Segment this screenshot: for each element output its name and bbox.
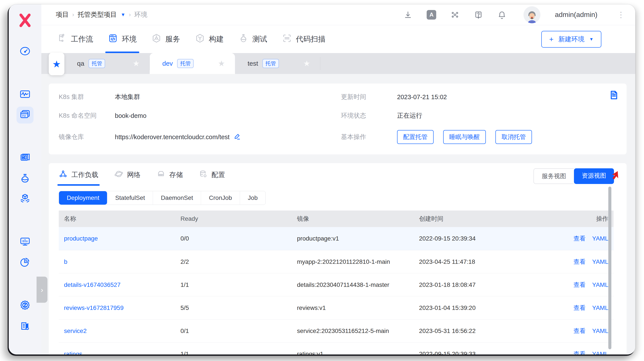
breadcrumb-project-name[interactable]: 托管类型项目 [78,10,117,19]
yaml-link[interactable]: YAML [592,328,608,334]
tab-config[interactable]: 配置 [199,170,225,186]
hosted-badge: 托管 [177,59,194,68]
breadcrumb-separator: › [72,11,74,18]
cluster-icon[interactable] [450,10,460,20]
info-value: book-demo [115,112,146,119]
tab-label: 环境 [122,34,137,44]
kind-job[interactable]: Job [240,191,266,205]
yaml-link[interactable]: YAML [592,258,608,265]
workload-name-link[interactable]: b [64,258,68,265]
configure-hosting-button[interactable]: 配置托管 [397,130,434,144]
new-environment-button[interactable]: + 新建环境 ▼ [541,31,601,48]
topbar-actions: A admin(admin) ⋮ [403,6,625,23]
cancel-hosting-button[interactable]: 取消托管 [496,130,532,144]
col-name: 名称 [59,215,175,223]
table-header: 名称 Ready 镜像 创建时间 操作 [59,211,614,227]
sidebar-item-releases[interactable] [16,150,34,167]
env-tab-dev[interactable]: dev 托管 ★ [150,53,235,74]
view-link[interactable]: 查看 [574,351,586,355]
created-cell: 2023-01-18 18:08:47 [414,281,552,288]
tab-environments[interactable]: 环境 [106,25,138,53]
kind-deployment[interactable]: Deployment [59,191,107,205]
translate-icon[interactable]: A [426,10,436,20]
avatar[interactable] [524,6,540,23]
tab-workflows[interactable]: 工作流 [55,25,95,53]
zadig-logo [18,13,32,31]
sidebar-item-settings[interactable] [16,297,34,314]
tab-network[interactable]: 网络 [114,170,140,186]
sleep-wake-button[interactable]: 睡眠与唤醒 [443,130,486,144]
star-icon[interactable]: ★ [218,59,225,68]
view-link[interactable]: 查看 [574,281,586,288]
favorites-button[interactable]: ★ [49,53,64,75]
new-environment-label: 新建环境 [558,35,584,44]
info-row-status: 环境状态 正在运行 [341,111,614,120]
kind-cronjob[interactable]: CronJob [201,191,240,205]
created-cell: 2022-09-15 20:39:34 [414,235,552,242]
sidebar-item-dashboard[interactable] [16,43,34,60]
hosted-badge: 托管 [88,59,105,68]
app-window: PM › 项目 › 托管类型 [9,4,635,355]
build-hexagon-icon [195,33,205,45]
view-link[interactable]: 查看 [574,328,586,334]
breadcrumb-projects[interactable]: 项目 [56,10,69,19]
user-name[interactable]: admin(admin) [555,11,598,19]
tab-label: 配置 [212,170,225,179]
workload-name-link[interactable]: details-v1674036527 [64,281,120,288]
yaml-link[interactable]: YAML [592,281,608,288]
workload-name-link[interactable]: productpage [64,235,98,242]
sidebar-item-projects[interactable]: PM [16,107,34,123]
chevron-down-icon[interactable]: ▼ [121,12,126,18]
tab-workloads[interactable]: 工作负载 [59,170,98,186]
kind-statefulset[interactable]: StatefulSet [107,191,153,205]
image-cell: reviews:v1 [292,305,414,312]
tab-builds[interactable]: 构建 [193,25,226,53]
sidebar-item-monitoring[interactable] [16,86,34,103]
sidebar-item-organization[interactable] [16,318,34,335]
sidebar-item-testing[interactable] [16,170,34,187]
edit-pencil-icon[interactable] [234,133,241,142]
tab-label: 存储 [169,170,183,179]
sidebar-item-delivery[interactable] [16,191,34,207]
yaml-link[interactable]: YAML [592,235,608,242]
workload-name-link[interactable]: reviews-v1672817959 [64,305,124,311]
view-link[interactable]: 查看 [574,235,586,242]
env-tab-qa[interactable]: qa 托管 ★ [64,53,150,74]
tab-services[interactable]: 服务 [150,25,182,53]
docs-icon[interactable] [474,10,484,20]
created-cell: 2023-05-31 16:56:22 [414,328,552,335]
service-view-button[interactable]: 服务视图 [534,168,574,184]
env-name: test [248,60,258,67]
ready-cell: 2/2 [175,258,292,265]
hosted-badge: 托管 [262,59,279,68]
mouse-cursor [608,169,621,184]
bell-icon[interactable] [497,10,507,20]
view-link[interactable]: 查看 [574,258,586,265]
star-icon[interactable]: ★ [303,59,310,68]
sidebar-collapse-handle[interactable]: › [36,277,48,303]
info-row-cluster: K8s 集群 本地集群 [59,93,332,101]
vertical-scrollbar[interactable] [608,187,611,349]
yaml-link[interactable]: YAML [592,351,608,355]
tab-label: 测试 [252,34,267,44]
env-tab-test[interactable]: test 托管 ★ [235,53,320,74]
view-link[interactable]: 查看 [574,305,586,311]
info-value: 本地集群 [115,93,140,101]
workload-name-link[interactable]: ratings [64,351,82,355]
sidebar-item-insights[interactable] [16,234,34,251]
star-icon[interactable]: ★ [133,59,140,68]
tab-tests[interactable]: 测试 [237,25,269,53]
info-row-updated: 更新时间 2023-07-21 15:02 [341,93,614,101]
sidebar-item-reports[interactable] [16,254,34,271]
test-flask-icon [238,33,248,45]
workload-name-link[interactable]: service2 [64,328,86,334]
image-cell: ratings:v1 [292,351,414,355]
tab-code-scan[interactable]: 代码扫描 [280,25,327,53]
document-icon[interactable] [609,90,619,101]
tab-storage[interactable]: 存储 [157,170,183,186]
kind-daemonset[interactable]: DaemonSet [153,191,201,205]
download-icon[interactable] [403,10,413,20]
col-image: 镜像 [292,215,414,223]
more-icon[interactable]: ⋮ [617,12,625,17]
yaml-link[interactable]: YAML [592,305,608,311]
